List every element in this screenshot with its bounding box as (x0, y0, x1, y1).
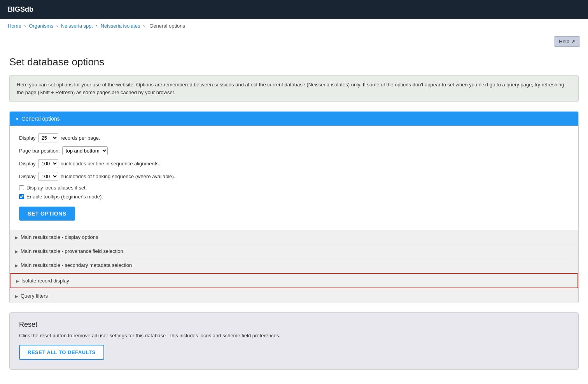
app-title-bar: BIGSdb (0, 0, 588, 19)
breadcrumb-neisseria-spp[interactable]: Neisseria spp. (61, 23, 93, 29)
info-text: Here you can set options for your use of… (17, 82, 564, 95)
reset-description: Click the reset button to remove all use… (19, 333, 569, 338)
isolate-record-display-section[interactable]: Isolate record display (10, 273, 578, 288)
page-content: Set database options Here you can set op… (0, 50, 588, 384)
nucleotides-line-row: Display 50 100 200 nucleotides per line … (19, 159, 569, 168)
query-filters-label: Query filters (21, 293, 48, 299)
display-prefix: Display (19, 135, 36, 141)
query-filters-section[interactable]: Query filters (10, 289, 578, 303)
tooltips-label[interactable]: Enable tooltips (beginner's mode). (26, 194, 103, 200)
page-bar-label: Page bar position: (19, 148, 60, 154)
chevron-right-icon-1 (15, 234, 18, 240)
main-results-display-label: Main results table - display options (21, 234, 98, 240)
chevron-right-icon-4 (16, 278, 19, 284)
display-prefix-3: Display (19, 174, 36, 179)
locus-aliases-checkbox[interactable] (19, 185, 24, 190)
app-title: BIGSdb (8, 5, 33, 13)
locus-aliases-row: Display locus aliases if set. (19, 185, 569, 191)
info-box: Here you can set options for your use of… (9, 75, 579, 102)
main-results-metadata-label: Main results table - secondary metadata … (21, 262, 132, 268)
main-results-metadata-section[interactable]: Main results table - secondary metadata … (10, 258, 578, 272)
page-bar-position-row: Page bar position: top and bottom top on… (19, 146, 569, 155)
reset-section: Reset Click the reset button to remove a… (9, 312, 579, 370)
display-prefix-2: Display (19, 161, 36, 167)
options-panel: General options Display 10 25 50 100 200… (9, 111, 579, 303)
general-options-header[interactable]: General options (10, 112, 578, 126)
main-results-provenance-section[interactable]: Main results table - provenance field se… (10, 244, 578, 258)
external-link-icon: ↗ (571, 39, 575, 44)
breadcrumb-current: General options (149, 23, 185, 29)
chevron-down-icon (15, 116, 19, 122)
records-per-page-label: records per page. (61, 135, 100, 141)
isolate-record-display-label: Isolate record display (21, 278, 69, 284)
breadcrumb-home[interactable]: Home (8, 23, 21, 29)
chevron-right-icon-3 (15, 262, 18, 268)
main-results-display-section[interactable]: Main results table - display options (10, 230, 578, 244)
page-bar-select[interactable]: top and bottom top only bottom only (62, 146, 108, 155)
nucleotides-line-label: nucleotides per line in sequence alignme… (61, 161, 160, 167)
breadcrumb-neisseria-isolates[interactable]: Neisseria isolates (101, 23, 140, 29)
flanking-row: Display 25 50 100 200 nucleotides of fla… (19, 172, 569, 181)
tooltips-checkbox[interactable] (19, 194, 24, 199)
help-label: Help (559, 39, 569, 44)
help-button[interactable]: Help ↗ (554, 36, 580, 47)
flanking-label: nucleotides of flanking sequence (where … (61, 174, 175, 179)
locus-aliases-label[interactable]: Display locus aliases if set. (26, 185, 87, 191)
breadcrumb-organisms[interactable]: Organisms (29, 23, 53, 29)
general-options-label: General options (21, 116, 60, 122)
reset-all-button[interactable]: RESET ALL TO DEFAULTS (19, 345, 104, 360)
flanking-select[interactable]: 25 50 100 200 (38, 172, 58, 181)
chevron-right-icon-5 (15, 293, 18, 299)
set-options-button[interactable]: SET OPTIONS (19, 207, 75, 221)
page-title: Set database options (9, 56, 579, 68)
main-results-provenance-label: Main results table - provenance field se… (21, 248, 123, 254)
breadcrumb: Home › Organisms › Neisseria spp. › Neis… (0, 19, 588, 33)
records-per-page-select[interactable]: 10 25 50 100 200 (38, 133, 58, 142)
help-bar: Help ↗ (0, 33, 588, 50)
reset-title: Reset (19, 321, 569, 329)
general-options-content: Display 10 25 50 100 200 records per pag… (10, 126, 578, 230)
records-per-page-row: Display 10 25 50 100 200 records per pag… (19, 133, 569, 142)
tooltips-row: Enable tooltips (beginner's mode). (19, 194, 569, 200)
nucleotides-line-select[interactable]: 50 100 200 (38, 159, 58, 168)
chevron-right-icon-2 (15, 248, 18, 254)
